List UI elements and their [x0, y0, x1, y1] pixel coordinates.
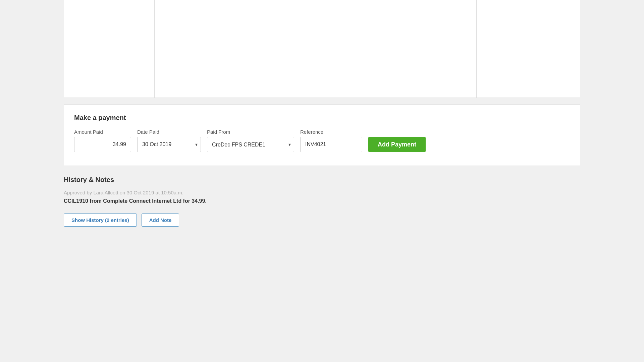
reference-input[interactable] — [300, 137, 362, 152]
add-note-button[interactable]: Add Note — [142, 214, 179, 227]
history-main-text: CCIL1910 from Complete Connect Internet … — [64, 198, 580, 204]
date-picker-wrapper: ▾ — [137, 137, 201, 152]
add-payment-button[interactable]: Add Payment — [368, 137, 426, 152]
date-paid-input[interactable] — [137, 137, 201, 152]
top-table — [64, 0, 580, 98]
history-section: History & Notes Approved by Lara Allcott… — [64, 176, 580, 227]
page-wrapper: Make a payment Amount Paid Date Paid ▾ P… — [0, 0, 644, 362]
history-section-title: History & Notes — [64, 176, 580, 184]
payment-form: Amount Paid Date Paid ▾ Paid From CreDec… — [74, 129, 570, 152]
date-paid-group: Date Paid ▾ — [137, 129, 201, 152]
table-cell-2 — [155, 0, 349, 98]
table-cell-3 — [349, 0, 477, 98]
payment-section: Make a payment Amount Paid Date Paid ▾ P… — [64, 104, 580, 166]
table-row — [64, 0, 580, 98]
history-approval-note: Approved by Lara Allcott on 30 Oct 2019 … — [64, 190, 580, 195]
payment-section-title: Make a payment — [74, 114, 570, 122]
date-paid-label: Date Paid — [137, 129, 201, 135]
paid-from-select[interactable]: CreDec FPS CREDE1 — [207, 137, 294, 152]
paid-from-group: Paid From CreDec FPS CREDE1 ▾ — [207, 129, 294, 152]
table-cell-1 — [64, 0, 155, 98]
show-history-button[interactable]: Show History (2 entries) — [64, 214, 137, 227]
paid-from-label: Paid From — [207, 129, 294, 135]
reference-label: Reference — [300, 129, 362, 135]
history-buttons: Show History (2 entries) Add Note — [64, 214, 580, 227]
amount-paid-input[interactable] — [74, 137, 131, 152]
amount-paid-label: Amount Paid — [74, 129, 131, 135]
amount-paid-group: Amount Paid — [74, 129, 131, 152]
paid-from-select-wrapper: CreDec FPS CREDE1 ▾ — [207, 137, 294, 152]
table-cell-4 — [477, 0, 614, 98]
reference-group: Reference — [300, 129, 362, 152]
